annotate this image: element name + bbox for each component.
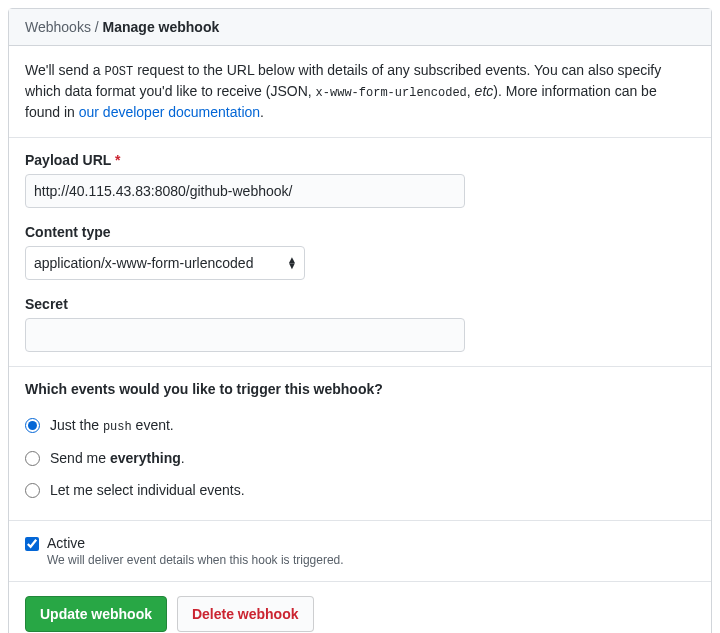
- event-label-push: Just the push event.: [50, 417, 174, 434]
- event-label-individual: Let me select individual events.: [50, 482, 245, 498]
- delete-webhook-button[interactable]: Delete webhook: [177, 596, 314, 632]
- intro-etc: etc: [475, 83, 494, 99]
- event-option-push[interactable]: Just the push event.: [25, 409, 695, 442]
- intro-text: We'll send a POST request to the URL bel…: [9, 46, 711, 138]
- active-section: Active We will deliver event details whe…: [9, 521, 711, 582]
- breadcrumb-separator: /: [91, 19, 103, 35]
- active-checkbox-row[interactable]: Active We will deliver event details whe…: [25, 535, 695, 567]
- secret-label: Secret: [25, 296, 695, 312]
- secret-input[interactable]: [25, 318, 465, 352]
- required-asterisk: *: [115, 152, 120, 168]
- intro-part5: .: [260, 104, 264, 120]
- event-radio-push[interactable]: [25, 418, 40, 433]
- secret-group: Secret: [25, 296, 695, 352]
- active-description: We will deliver event details when this …: [47, 553, 344, 567]
- form-section: Payload URL * Content type application/x…: [9, 138, 711, 367]
- event-label-everything: Send me everything.: [50, 450, 185, 466]
- breadcrumb-parent[interactable]: Webhooks: [25, 19, 91, 35]
- webhook-panel: Webhooks / Manage webhook We'll send a P…: [8, 8, 712, 633]
- content-type-label: Content type: [25, 224, 695, 240]
- content-type-group: Content type application/x-www-form-urle…: [25, 224, 695, 280]
- intro-part3: ,: [467, 83, 475, 99]
- intro-encoding-code: x-www-form-urlencoded: [316, 86, 467, 100]
- payload-url-label: Payload URL *: [25, 152, 695, 168]
- intro-part1: We'll send a: [25, 62, 104, 78]
- breadcrumb-current: Manage webhook: [103, 19, 220, 35]
- active-label: Active: [47, 535, 344, 551]
- payload-url-input[interactable]: [25, 174, 465, 208]
- event-radio-individual[interactable]: [25, 483, 40, 498]
- payload-url-group: Payload URL *: [25, 152, 695, 208]
- developer-docs-link[interactable]: our developer documentation: [79, 104, 260, 120]
- event-option-everything[interactable]: Send me everything.: [25, 442, 695, 474]
- content-type-select[interactable]: application/x-www-form-urlencoded: [25, 246, 305, 280]
- events-heading: Which events would you like to trigger t…: [25, 381, 695, 397]
- actions-row: Update webhook Delete webhook: [9, 582, 711, 633]
- events-section: Which events would you like to trigger t…: [9, 367, 711, 521]
- active-checkbox[interactable]: [25, 537, 39, 551]
- update-webhook-button[interactable]: Update webhook: [25, 596, 167, 632]
- event-radio-everything[interactable]: [25, 451, 40, 466]
- breadcrumb: Webhooks / Manage webhook: [9, 9, 711, 46]
- payload-url-label-text: Payload URL: [25, 152, 111, 168]
- intro-method-code: POST: [104, 65, 133, 79]
- event-option-individual[interactable]: Let me select individual events.: [25, 474, 695, 506]
